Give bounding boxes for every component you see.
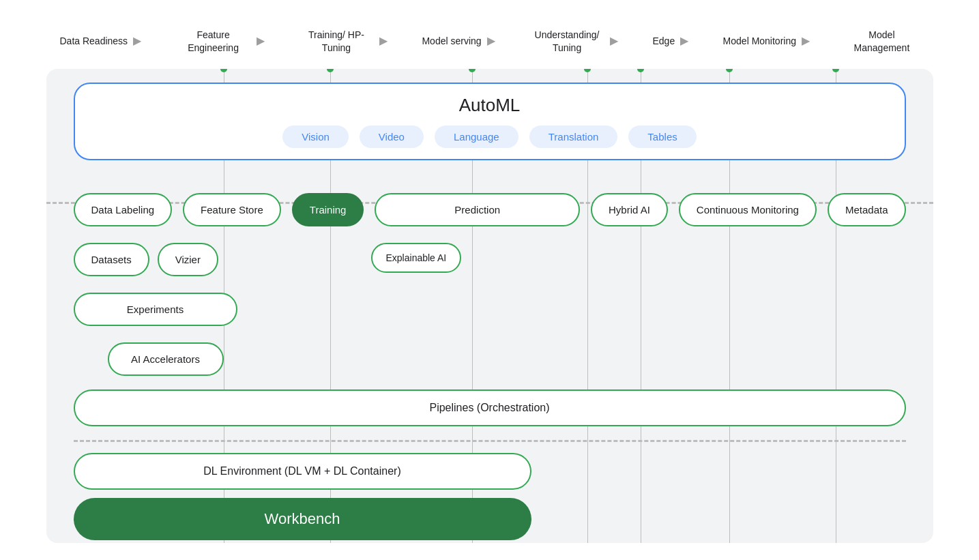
- pipeline-step-edge: Edge▶: [652, 34, 688, 48]
- dl-section: DL Environment (DL VM + DL Container) Wo…: [74, 453, 906, 540]
- service-prediction: Prediction: [375, 193, 580, 226]
- service-data-labeling: Data Labeling: [74, 193, 173, 226]
- pipeline-step-data-readiness: Data Readiness▶: [60, 34, 142, 48]
- right-area: Explainable AI: [371, 235, 906, 273]
- services-row1: Data LabelingFeature StoreTrainingPredic…: [74, 193, 906, 226]
- diagram-container: Data Readiness▶Feature Engineering▶Train…: [19, 11, 961, 550]
- left-sub-col: DatasetsVizierExperimentsAI Accelerators: [74, 235, 237, 376]
- service-hybrid-ai: Hybrid AI: [591, 193, 668, 226]
- dl-env: DL Environment (DL VM + DL Container): [74, 453, 531, 490]
- service-feature-store: Feature Store: [183, 193, 281, 226]
- datasets-vizier-row: DatasetsVizier: [74, 243, 237, 276]
- pipelines-bar: Pipelines (Orchestration): [74, 389, 906, 426]
- automl-section: AutoML VisionVideoLanguageTranslationTab…: [74, 83, 906, 160]
- main-area: AutoML VisionVideoLanguageTranslationTab…: [46, 69, 933, 543]
- automl-pill-vision: Vision: [282, 126, 349, 148]
- service-continuous-monitoring: Continuous Monitoring: [679, 193, 817, 226]
- pipeline-step-model-management: Model Management: [844, 29, 919, 53]
- services-area: Data LabelingFeature StoreTrainingPredic…: [74, 185, 906, 529]
- service-vizier: Vizier: [158, 243, 218, 276]
- pipeline-header: Data Readiness▶Feature Engineering▶Train…: [19, 11, 961, 72]
- service-experiments: Experiments: [74, 293, 237, 326]
- service-ai-accelerators: AI Accelerators: [108, 342, 224, 376]
- pipeline-step-feature-engineering: Feature Engineering▶: [176, 29, 265, 53]
- automl-pill-tables: Tables: [628, 126, 696, 148]
- pipeline-step-model-serving: Model serving▶: [422, 34, 495, 48]
- arrow-icon-model-monitoring: ▶: [802, 34, 810, 48]
- service-datasets: Datasets: [74, 243, 149, 276]
- services-row2: DatasetsVizierExperimentsAI Accelerators…: [74, 235, 906, 376]
- arrow-icon-training-hp-tuning: ▶: [379, 34, 388, 48]
- arrow-icon-understanding-tuning: ▶: [610, 34, 618, 48]
- pipeline-step-model-monitoring: Model Monitoring▶: [723, 34, 810, 48]
- workbench-bar: Workbench: [74, 498, 531, 540]
- pipeline-step-training-hp-tuning: Training/ HP-Tuning▶: [299, 29, 388, 53]
- pipeline-step-understanding-tuning: Understanding/ Tuning▶: [529, 29, 618, 53]
- service-metadata: Metadata: [828, 193, 906, 226]
- service-explainable-ai: Explainable AI: [371, 243, 462, 273]
- automl-pill-video: Video: [360, 126, 424, 148]
- arrow-icon-model-serving: ▶: [487, 34, 495, 48]
- automl-title: AutoML: [91, 95, 888, 116]
- arrow-icon-feature-engineering: ▶: [257, 34, 265, 48]
- service-training: Training: [292, 193, 364, 226]
- automl-pill-translation: Translation: [529, 126, 618, 148]
- automl-pill-language: Language: [435, 126, 518, 148]
- arrow-icon-edge: ▶: [680, 34, 688, 48]
- automl-pills: VisionVideoLanguageTranslationTables: [91, 126, 888, 148]
- arrow-icon-data-readiness: ▶: [133, 34, 141, 48]
- dashed-separator-2: [74, 440, 906, 442]
